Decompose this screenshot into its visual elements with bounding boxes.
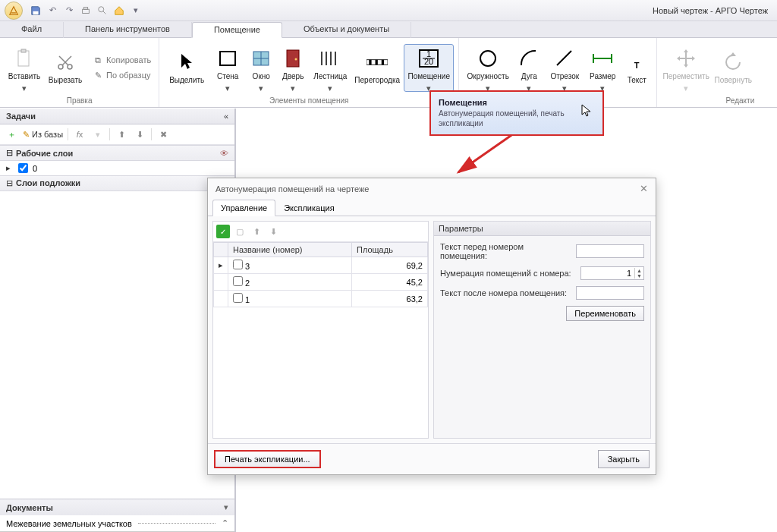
rotate-button[interactable]: Повернуть bbox=[712, 49, 754, 87]
table-row[interactable]: 245,2 bbox=[214, 274, 428, 291]
door-icon bbox=[282, 48, 304, 69]
move-down-icon[interactable]: ⬇ bbox=[266, 225, 280, 238]
tab-objects[interactable]: Объекты и документы bbox=[282, 22, 411, 38]
cursor-icon bbox=[581, 104, 592, 118]
start-number-spinner[interactable]: ▲▼ bbox=[580, 266, 644, 280]
tab-room[interactable]: Помещение bbox=[192, 22, 282, 38]
sublayers-section-header[interactable]: ⊟Слои подложки bbox=[0, 175, 234, 191]
dialog-titlebar: Автонумерация помещений на чертеже ✕ bbox=[208, 178, 656, 199]
documents-header[interactable]: Документы ▾ bbox=[0, 499, 234, 515]
down-icon[interactable]: ⬇ bbox=[133, 127, 146, 141]
up-icon[interactable]: ⬆ bbox=[115, 127, 128, 141]
move-button[interactable]: Переместить▾ bbox=[662, 45, 710, 91]
format-painter-button[interactable]: ✎По образцу bbox=[90, 68, 154, 82]
close-icon[interactable]: ✕ bbox=[640, 183, 648, 194]
col-area[interactable]: Площадь bbox=[352, 243, 428, 257]
layer-name: 0 bbox=[33, 164, 37, 173]
move-up-icon[interactable]: ⬆ bbox=[250, 225, 263, 238]
dialog-tabs: Управление Экспликация bbox=[208, 199, 656, 216]
select-button[interactable]: Выделить bbox=[164, 49, 209, 87]
partition-icon bbox=[366, 52, 388, 73]
svg-rect-0 bbox=[33, 11, 39, 14]
spin-down-icon[interactable]: ▼ bbox=[635, 273, 643, 279]
door-button[interactable]: Дверь▾ bbox=[278, 45, 308, 91]
ribbon-tabs: Файл Панель инструментов Помещение Объек… bbox=[0, 21, 777, 38]
window-button[interactable]: Окно▾ bbox=[246, 45, 276, 91]
svg-text:20: 20 bbox=[424, 57, 433, 66]
paste-button[interactable]: Вставить ▾ bbox=[5, 45, 44, 91]
table-row[interactable]: ▸ 369,2 bbox=[214, 257, 428, 274]
delete-icon[interactable]: ✖ bbox=[156, 127, 170, 141]
ribbon: Вставить ▾ Вырезать ⧉Копировать ✎По обра… bbox=[0, 38, 777, 108]
qat-customize-icon[interactable]: ▾ bbox=[129, 4, 143, 17]
group-elements: Выделить Стена▾ Окно▾ Дверь▾ Лестница▾ П… bbox=[159, 38, 459, 107]
tooltip-subtitle: Автонумерация помещений, печать эксплика… bbox=[439, 109, 595, 128]
tasks-pane: Задачи « ＋ ✎ Из базы fx ▾ ⬆ ⬇ ✖ ⊟Рабочие… bbox=[0, 109, 235, 532]
rename-button[interactable]: Переименовать bbox=[566, 306, 644, 321]
segment-button[interactable]: Отрезок▾ bbox=[546, 45, 584, 91]
expand-icon[interactable]: ⌃ bbox=[222, 518, 228, 528]
tooltip-title: Помещения bbox=[439, 98, 595, 107]
tab-explication[interactable]: Экспликация bbox=[275, 200, 342, 216]
documents-item[interactable]: Межевание земельных участков ⌃ bbox=[0, 515, 234, 532]
tasks-header: Задачи « bbox=[0, 109, 234, 124]
layer-row[interactable]: ▸ 0 bbox=[0, 161, 234, 175]
chevron-down-icon[interactable]: ▾ bbox=[224, 502, 228, 512]
fx-icon[interactable]: fx bbox=[73, 127, 87, 141]
tab-tools[interactable]: Панель инструментов bbox=[64, 22, 192, 38]
dialog-params-panel: Параметры Текст перед номером помещения:… bbox=[433, 221, 651, 439]
stairs-button[interactable]: Лестница▾ bbox=[310, 45, 351, 91]
add-icon[interactable]: ＋ bbox=[5, 127, 18, 141]
qat-undo-icon[interactable]: ↶ bbox=[46, 4, 59, 17]
collapse-icon[interactable]: « bbox=[224, 112, 228, 121]
svg-rect-6 bbox=[21, 49, 26, 52]
window-title: Новый чертеж - АРГО Чертеж bbox=[653, 6, 768, 15]
wall-button[interactable]: Стена▾ bbox=[211, 45, 244, 91]
col-name[interactable]: Название (номер) bbox=[228, 243, 352, 257]
svg-line-4 bbox=[103, 11, 106, 14]
cut-button[interactable]: Вырезать bbox=[46, 49, 85, 87]
brush-icon: ✎ bbox=[93, 70, 103, 80]
size-button[interactable]: Размер▾ bbox=[585, 45, 620, 91]
app-menu-button[interactable] bbox=[5, 2, 23, 20]
group-transform: Переместить▾ Повернуть Редакти bbox=[657, 38, 759, 107]
partition-button[interactable]: Перегородка bbox=[352, 49, 402, 87]
suffix-input[interactable] bbox=[576, 286, 644, 300]
qat-print-icon[interactable] bbox=[79, 4, 93, 17]
svg-rect-1 bbox=[83, 9, 90, 13]
tab-management[interactable]: Управление bbox=[212, 200, 275, 216]
uncheck-icon[interactable]: ▢ bbox=[233, 225, 247, 238]
text-button[interactable]: T Текст bbox=[621, 49, 652, 87]
from-db-link[interactable]: ✎ Из базы bbox=[23, 130, 63, 140]
eye-icon[interactable]: 👁 bbox=[220, 149, 228, 158]
close-button[interactable]: Закрыть bbox=[598, 450, 650, 468]
window-icon bbox=[250, 48, 272, 69]
svg-rect-22 bbox=[370, 59, 372, 65]
print-explication-button[interactable]: Печать экспликации... bbox=[214, 450, 321, 468]
move-icon bbox=[675, 48, 697, 69]
svg-point-3 bbox=[99, 6, 104, 11]
arc-icon bbox=[518, 48, 539, 69]
circle-button[interactable]: Окружность▾ bbox=[464, 45, 512, 91]
circle-icon bbox=[477, 48, 499, 69]
qat-redo-icon[interactable]: ↷ bbox=[62, 4, 76, 17]
svg-text:T: T bbox=[634, 61, 640, 70]
arc-button[interactable]: Дуга▾ bbox=[514, 45, 544, 91]
tab-file[interactable]: Файл bbox=[0, 22, 64, 38]
copy-button[interactable]: ⧉Копировать bbox=[90, 53, 154, 67]
layers-section-header[interactable]: ⊟Рабочие слои 👁 bbox=[0, 145, 234, 161]
room-dropdown-tooltip[interactable]: Помещения Автонумерация помещений, печат… bbox=[429, 90, 604, 136]
layer-checkbox[interactable] bbox=[18, 163, 28, 173]
prefix-input[interactable] bbox=[576, 244, 644, 258]
qat-home-icon[interactable] bbox=[112, 4, 126, 17]
check-all-icon[interactable]: ✓ bbox=[216, 225, 230, 238]
svg-line-30 bbox=[557, 51, 571, 65]
qat-zoom-icon[interactable] bbox=[96, 4, 109, 17]
table-row[interactable]: 163,2 bbox=[214, 291, 428, 307]
spin-up-icon[interactable]: ▲ bbox=[635, 268, 643, 273]
scissors-icon bbox=[55, 52, 76, 73]
qat-save-icon[interactable] bbox=[29, 4, 42, 17]
svg-rect-5 bbox=[18, 51, 29, 66]
room-button[interactable]: 120 Помещение▾ bbox=[404, 44, 454, 92]
title-bar: ↶ ↷ ▾ Новый чертеж - АРГО Чертеж bbox=[0, 0, 777, 21]
